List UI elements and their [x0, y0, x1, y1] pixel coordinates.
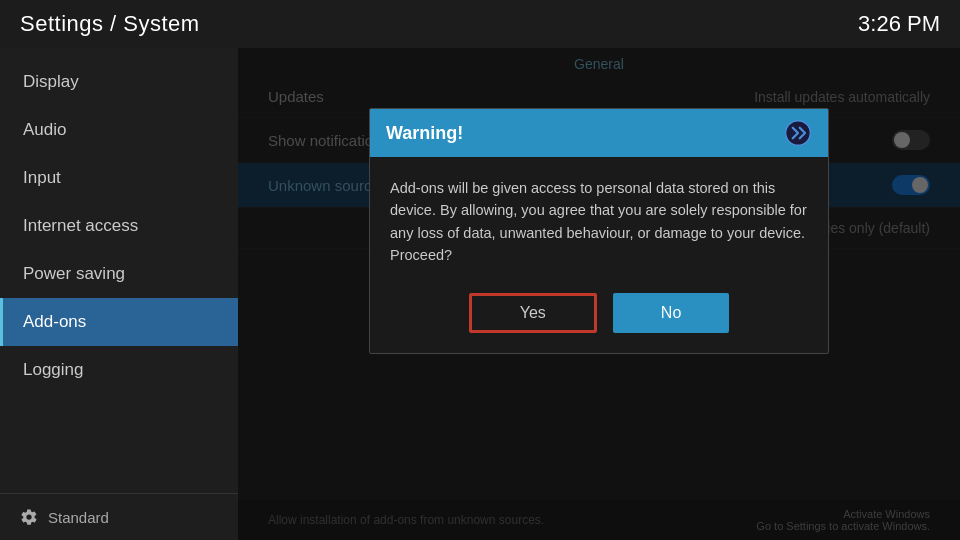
sidebar-item-logging[interactable]: Logging — [0, 346, 238, 394]
modal-body: Add-ons will be given access to personal… — [370, 157, 828, 283]
header-time: 3:26 PM — [858, 11, 940, 37]
sidebar-item-input[interactable]: Input — [0, 154, 238, 202]
sidebar-footer: Standard — [0, 493, 238, 540]
kodi-icon — [784, 119, 812, 147]
main-layout: Display Audio Input Internet access Powe… — [0, 48, 960, 540]
modal-footer: Yes No — [370, 283, 828, 353]
sidebar-footer-label: Standard — [48, 509, 109, 526]
header: Settings / System 3:26 PM — [0, 0, 960, 48]
modal-overlay: Warning! Add-ons will be given access to… — [238, 48, 960, 540]
sidebar-nav: Display Audio Input Internet access Powe… — [0, 48, 238, 394]
modal-header: Warning! — [370, 109, 828, 157]
warning-modal: Warning! Add-ons will be given access to… — [369, 108, 829, 354]
sidebar: Display Audio Input Internet access Powe… — [0, 48, 238, 540]
sidebar-item-add-ons[interactable]: Add-ons — [0, 298, 238, 346]
no-button[interactable]: No — [613, 293, 729, 333]
sidebar-item-internet-access[interactable]: Internet access — [0, 202, 238, 250]
content-area: General Updates Install updates automati… — [238, 48, 960, 540]
sidebar-item-power-saving[interactable]: Power saving — [0, 250, 238, 298]
sidebar-item-display[interactable]: Display — [0, 58, 238, 106]
modal-title: Warning! — [386, 123, 463, 144]
sidebar-item-audio[interactable]: Audio — [0, 106, 238, 154]
header-title: Settings / System — [20, 11, 200, 37]
gear-icon — [20, 508, 38, 526]
yes-button[interactable]: Yes — [469, 293, 597, 333]
